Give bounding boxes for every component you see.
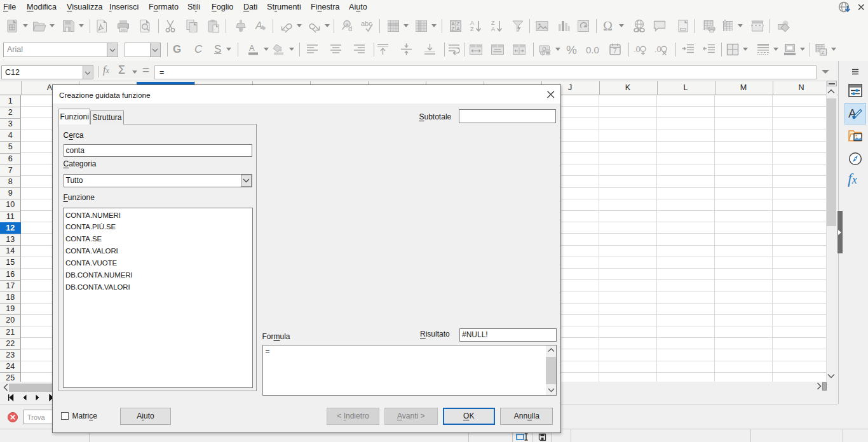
svg-text:≠: ≠: [822, 50, 825, 56]
svg-text:Ω: Ω: [603, 19, 613, 33]
svg-text:Z: Z: [452, 26, 455, 32]
svg-text:A: A: [457, 26, 460, 32]
svg-text:A: A: [470, 20, 474, 26]
svg-text:%: %: [566, 43, 577, 57]
svg-text:.0: .0: [634, 44, 641, 54]
svg-text:€: €: [542, 51, 545, 55]
svg-text:Z: Z: [491, 20, 495, 26]
svg-text:0.0: 0.0: [586, 44, 599, 55]
svg-text:A: A: [491, 26, 495, 32]
svg-text:Z: Z: [470, 26, 474, 32]
svg-text:A: A: [255, 20, 262, 31]
svg-text:A: A: [249, 43, 255, 53]
svg-text:d: d: [348, 25, 352, 32]
svg-text:7: 7: [613, 48, 617, 55]
svg-text:.0: .0: [654, 44, 661, 54]
